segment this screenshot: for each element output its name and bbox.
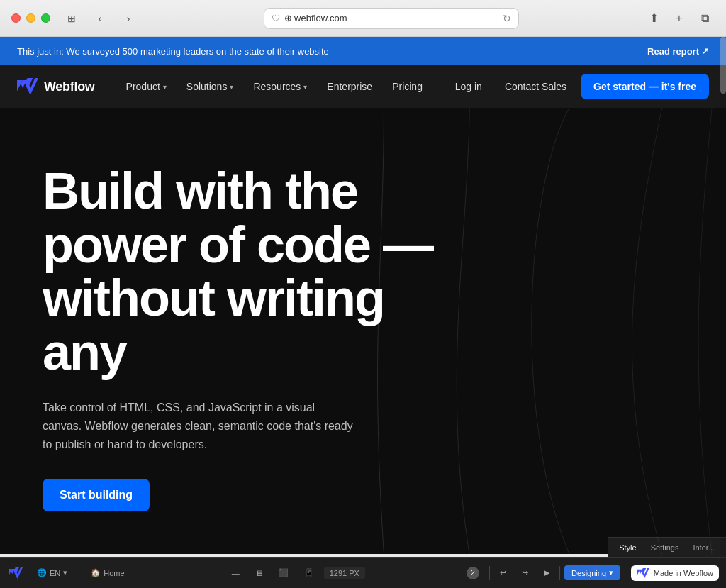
- px-display: 1291 PX: [324, 567, 365, 579]
- nav-product[interactable]: Product ▾: [118, 75, 175, 98]
- home-icon: 🏠: [91, 568, 101, 577]
- navbar: Webflow Product ▾ Solutions ▾ Resources …: [0, 65, 726, 108]
- preview-button[interactable]: ▶: [538, 565, 555, 580]
- start-building-button[interactable]: Start building: [43, 479, 150, 511]
- toolbar-divider: [79, 566, 79, 580]
- user-avatar: 2: [467, 567, 479, 579]
- zoom-out-button[interactable]: —: [226, 566, 245, 580]
- nav-resources[interactable]: Resources ▾: [245, 75, 315, 98]
- login-button[interactable]: Log in: [447, 75, 491, 98]
- chrome-right-controls: ⬆ + ⧉: [644, 9, 715, 28]
- share-browser-button[interactable]: ⬆: [644, 9, 664, 28]
- hero-subtitle: Take control of HTML, CSS, and JavaScrip…: [43, 399, 354, 453]
- toolbar-center-controls: — 🖥 ⬛ 📱 1291 PX: [226, 565, 365, 580]
- made-in-webflow-badge[interactable]: Made in Webflow: [631, 565, 719, 581]
- editor-toolbar: 🌐 EN ▾ 🏠 Home — 🖥 ⬛ 📱 1291 PX 2 ↩ ↪ ▶: [0, 557, 726, 588]
- globe-icon: 🌐: [37, 568, 47, 577]
- back-button[interactable]: ‹: [90, 9, 110, 28]
- hero-title: Build with the power of code — without w…: [43, 165, 454, 379]
- announcement-text: This just in: We surveyed 500 marketing …: [17, 46, 329, 57]
- announcement-bar: This just in: We surveyed 500 marketing …: [0, 37, 726, 65]
- mac-window-chrome: ⊞ ‹ › 🛡 ⊕ webflow.com ↻ ⬆ + ⧉: [0, 0, 726, 37]
- tablet-view-button[interactable]: ⬛: [273, 565, 294, 580]
- mobile-view-button[interactable]: 📱: [298, 565, 320, 580]
- arrow-icon: ↗: [702, 46, 709, 56]
- scrollbar-thumb[interactable]: [720, 37, 726, 94]
- minimize-button[interactable]: [26, 13, 35, 23]
- nav-links: Product ▾ Solutions ▾ Resources ▾ Enterp…: [118, 75, 447, 98]
- traffic-lights: [11, 13, 50, 23]
- new-tab-button[interactable]: +: [669, 9, 689, 28]
- url-text: ⊕ webflow.com: [284, 13, 347, 23]
- nav-enterprise[interactable]: Enterprise: [318, 75, 381, 98]
- style-tab[interactable]: Style: [613, 540, 642, 555]
- forward-button[interactable]: ›: [118, 9, 138, 28]
- scrollbar-track[interactable]: [720, 37, 726, 588]
- chevron-down-icon: ▾: [303, 83, 307, 91]
- address-bar[interactable]: 🛡 ⊕ webflow.com ↻: [264, 8, 519, 29]
- nav-pricing[interactable]: Pricing: [384, 75, 431, 98]
- get-started-button[interactable]: Get started — it's free: [581, 74, 709, 99]
- made-in-webflow-logo: [637, 568, 649, 578]
- toolbar-language[interactable]: 🌐 EN ▾: [31, 565, 73, 580]
- contact-sales-button[interactable]: Contact Sales: [496, 75, 575, 98]
- nav-controls: ⊞ ‹ ›: [62, 9, 138, 28]
- chevron-icon: ▾: [63, 568, 67, 577]
- nav-right: Log in Contact Sales Get started — it's …: [447, 74, 709, 99]
- close-button[interactable]: [11, 13, 21, 23]
- user-count-badge: 2: [461, 564, 485, 582]
- browser-content: This just in: We surveyed 500 marketing …: [0, 37, 726, 588]
- chevron-down-icon: ▾: [163, 83, 167, 91]
- toolbar-divider-2: [489, 566, 490, 580]
- interact-tab[interactable]: Inter...: [687, 540, 720, 555]
- read-report-link[interactable]: Read report ↗: [647, 46, 709, 57]
- panel-tabs: Style Settings Inter...: [608, 537, 726, 557]
- tab-grid-button[interactable]: ⊞: [62, 9, 82, 28]
- hero-section: Build with the power of code — without w…: [0, 108, 726, 554]
- designing-mode-button[interactable]: Designing ▾: [564, 565, 620, 580]
- toolbar-home[interactable]: 🏠 Home: [85, 565, 130, 580]
- toolbar-divider-3: [559, 566, 560, 580]
- settings-tab[interactable]: Settings: [645, 540, 685, 555]
- redo-button[interactable]: ↪: [516, 565, 534, 580]
- security-icon: 🛡: [272, 13, 280, 23]
- webflow-logo-icon: [17, 78, 38, 95]
- nav-logo-text: Webflow: [44, 79, 95, 94]
- reload-icon[interactable]: ↻: [503, 13, 511, 24]
- hero-content: Build with the power of code — without w…: [43, 165, 454, 511]
- nav-solutions[interactable]: Solutions ▾: [178, 75, 242, 98]
- chevron-down-icon: ▾: [609, 568, 613, 577]
- nav-logo[interactable]: Webflow: [17, 78, 95, 95]
- tab-overview-button[interactable]: ⧉: [695, 9, 715, 28]
- desktop-view-button[interactable]: 🖥: [250, 566, 269, 580]
- address-bar-container: 🛡 ⊕ webflow.com ↻: [138, 8, 644, 29]
- chevron-down-icon: ▾: [230, 83, 233, 91]
- toolbar-webflow-logo: [9, 567, 23, 579]
- made-in-webflow-text: Made in Webflow: [654, 569, 713, 577]
- undo-button[interactable]: ↩: [494, 565, 512, 580]
- maximize-button[interactable]: [41, 13, 50, 23]
